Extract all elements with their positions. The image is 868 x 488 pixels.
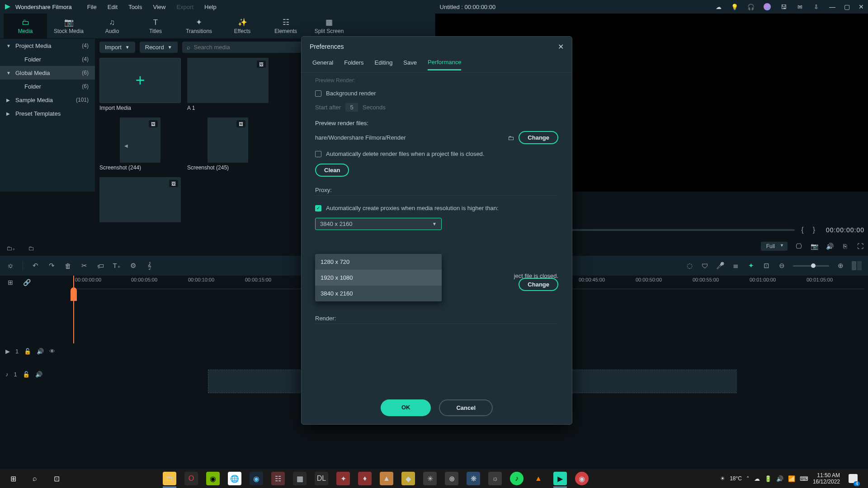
folder-icon[interactable]: 🗀	[28, 245, 37, 253]
ok-button[interactable]: OK	[381, 399, 431, 416]
collapse-handle[interactable]: ◀	[124, 140, 128, 151]
download-icon[interactable]: ⇩	[812, 3, 820, 11]
sidebar-item-preset-templates[interactable]: ▶Preset Templates	[0, 107, 95, 120]
auto-proxy-row[interactable]: ✓ Automatically create proxies when medi…	[315, 205, 558, 211]
clean-render-button[interactable]: Clean	[315, 164, 349, 177]
cut-icon[interactable]: ✂	[80, 262, 88, 270]
add-folder-icon[interactable]: 🗀₊	[6, 245, 15, 253]
taskbar-app-generic-11[interactable]: ☼	[485, 469, 505, 488]
media-thumb[interactable]: 🖼Screenshot (244)	[99, 117, 181, 171]
menu-view[interactable]: View	[148, 2, 170, 12]
dropdown-option[interactable]: 868 x 488	[315, 270, 442, 286]
taskbar-app-nvidia[interactable]: ◉	[203, 469, 223, 488]
mute-icon[interactable]: 🔊	[37, 348, 44, 355]
menu-edit[interactable]: Edit	[103, 2, 122, 12]
taskbar-app-generic-12[interactable]: ◉	[571, 469, 592, 488]
sidebar-item-folder-2[interactable]: Folder(6)	[0, 80, 95, 93]
zoom-handle[interactable]	[811, 263, 816, 268]
taskbar-app-generic-9[interactable]: ⊕	[441, 469, 462, 488]
adjust-icon[interactable]: ⚙	[129, 262, 137, 270]
mark-in-icon[interactable]: {	[798, 226, 806, 234]
taskbar-app-spotify[interactable]: ♪	[506, 469, 527, 488]
change-proxy-path-button[interactable]: Change	[519, 278, 558, 291]
mic-icon[interactable]: 🎤	[716, 262, 724, 270]
taskbar-app-generic-3[interactable]: DL	[311, 469, 332, 488]
cloud-sync-icon[interactable]: ☁	[754, 475, 760, 482]
fit-icon[interactable]: ⊡	[762, 262, 770, 270]
tab-titles[interactable]: TTitles	[134, 14, 177, 39]
tab-effects[interactable]: ✨Effects	[221, 14, 264, 39]
pref-tab-editing[interactable]: Editing	[375, 59, 393, 70]
taskbar-app-opera[interactable]: O	[181, 469, 202, 488]
tab-split-screen[interactable]: ▦Split Screen	[307, 14, 351, 39]
search-icon[interactable]: ⌕	[24, 469, 45, 488]
background-render-row[interactable]: Background render	[315, 90, 558, 97]
import-media-tile[interactable]: +Import Media	[99, 58, 181, 111]
menu-export[interactable]: Export	[172, 2, 198, 12]
pref-tab-general[interactable]: General	[312, 59, 333, 70]
pip-icon[interactable]: ⎘	[841, 243, 849, 250]
cancel-button[interactable]: Cancel	[439, 399, 493, 416]
text-add-icon[interactable]: T₊	[113, 262, 121, 270]
sidebar-item-sample-media[interactable]: ▶Sample Media(101)	[0, 93, 95, 107]
media-thumb[interactable]: 🖼Screenshot (245)	[187, 117, 269, 171]
view-mode-2[interactable]	[857, 261, 862, 270]
start-after-value[interactable]: 5	[345, 103, 358, 112]
marker-icon[interactable]: ✦	[747, 262, 755, 270]
taskbar-app-filmora[interactable]: ▶	[550, 469, 571, 488]
menu-help[interactable]: Help	[200, 2, 221, 12]
menu-file[interactable]: File	[83, 2, 101, 12]
playhead[interactable]	[73, 276, 74, 343]
tab-stock-media[interactable]: 📷Stock Media	[47, 14, 90, 39]
tab-transitions[interactable]: ✦Transitions	[177, 14, 221, 39]
import-dropdown[interactable]: Import▼	[99, 42, 135, 53]
task-view-icon[interactable]: ⊡	[46, 469, 67, 488]
pref-tab-folders[interactable]: Folders	[344, 59, 363, 70]
wifi-icon[interactable]: 📶	[788, 475, 795, 482]
taskbar-app-steam[interactable]: ◉	[246, 469, 267, 488]
close-icon[interactable]: ✕	[558, 42, 564, 51]
media-thumb[interactable]: 🖼	[99, 177, 181, 222]
pref-tab-performance[interactable]: Performance	[428, 59, 461, 70]
mark-out-icon[interactable]: }	[810, 226, 818, 234]
lock-icon[interactable]: 🔓	[24, 348, 31, 355]
sidebar-item-folder-1[interactable]: Folder(4)	[0, 52, 95, 66]
fullscreen-icon[interactable]: ⛶	[856, 243, 864, 250]
maximize-icon[interactable]: ▢	[844, 3, 850, 10]
clock[interactable]: 11:50 AM 16/12/2022	[813, 472, 840, 485]
auto-delete-render-row[interactable]: Automatically delete render files when a…	[315, 150, 558, 157]
close-icon[interactable]: ✕	[858, 3, 864, 10]
start-button[interactable]: ⊞	[3, 469, 24, 488]
volume-icon[interactable]: 🔊	[776, 475, 783, 482]
taskbar-app-generic-10[interactable]: ❋	[463, 469, 484, 488]
undo-icon[interactable]: ↶	[31, 262, 39, 270]
bulb-icon[interactable]: 💡	[731, 3, 739, 11]
mail-icon[interactable]: ✉	[796, 3, 804, 11]
monitor-icon[interactable]: 🖵	[795, 243, 803, 250]
mixer-icon[interactable]: ≣	[731, 262, 740, 270]
sidebar-item-project-media[interactable]: ▼Project Media(4)	[0, 39, 95, 52]
shield-icon[interactable]: 🛡	[701, 262, 709, 270]
folder-icon[interactable]: 🗀	[508, 134, 514, 141]
taskbar-app-generic-6[interactable]: ▲	[376, 469, 397, 488]
taskbar-app-generic-5[interactable]: ♦	[354, 469, 375, 488]
proxy-resolution-select[interactable]: 3840 x 2160 ▼	[315, 218, 442, 230]
minimize-icon[interactable]: —	[829, 3, 835, 10]
change-render-path-button[interactable]: Change	[519, 131, 558, 144]
dropdown-option[interactable]: 3840 x 2160	[315, 286, 442, 301]
taskbar-app-generic-7[interactable]: ◆	[398, 469, 419, 488]
save-icon[interactable]: 🖫	[779, 3, 788, 11]
taskbar-app-explorer[interactable]: 🗀	[159, 469, 180, 488]
video-track-header[interactable]: ▶ 1 🔓 🔊 👁	[0, 339, 72, 363]
taskbar-app-chrome[interactable]: 🌐	[224, 469, 245, 488]
lock-icon[interactable]: 🔓	[23, 371, 30, 378]
taskbar-app-generic-2[interactable]: ▦	[289, 469, 310, 488]
avatar-icon[interactable]	[763, 3, 771, 11]
pref-tab-save[interactable]: Save	[403, 59, 417, 70]
dropdown-option[interactable]: 1280 x 720	[315, 254, 442, 270]
volume-icon[interactable]: 🔊	[826, 243, 834, 250]
mute-icon[interactable]: 🔊	[35, 371, 42, 378]
view-mode-1[interactable]	[852, 261, 856, 270]
battery-icon[interactable]: 🔋	[764, 475, 772, 482]
taskbar-app-generic-8[interactable]: ✳	[420, 469, 440, 488]
